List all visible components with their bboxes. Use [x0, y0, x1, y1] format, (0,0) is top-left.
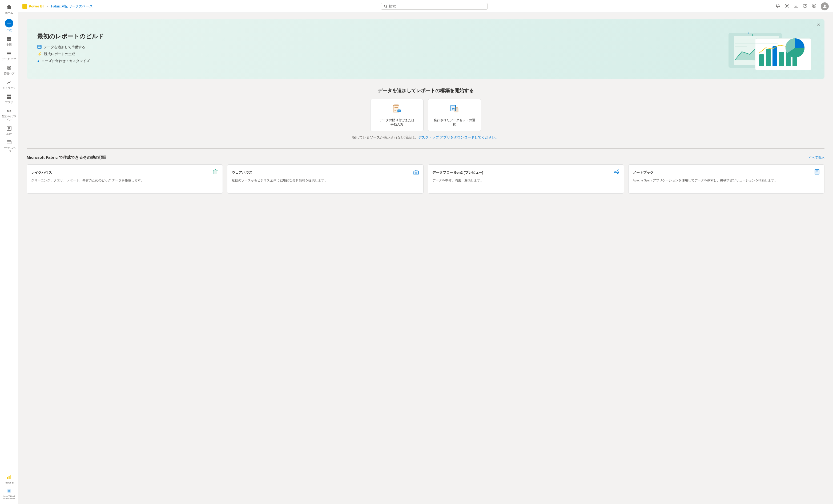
more-card-warehouse[interactable]: ウェアハウス 複数のソースからビジネス全体に戦略的な分析情報を提供します。 [227, 165, 423, 194]
more-card-lakehouse[interactable]: レイクハウス クリーニング、クエリ、レポート、共有のためのビッグ データを格納し… [27, 165, 223, 194]
powerbi-logo-icon [22, 4, 27, 9]
more-card-notebook[interactable]: ノートブック Apache Spark アプリケーションを使用してデータを探索し… [628, 165, 825, 194]
content-area: 最初のレポートのビルド データを追加して準備する ⚡ 既成レポートの生成 ♦ ニ… [18, 13, 833, 504]
main-area: Power BI › Fabric 対応ワークスペース [18, 0, 833, 504]
download-link[interactable]: デスクトップ アプリをダウンロードしてください。 [418, 135, 499, 139]
apps-icon [6, 94, 12, 100]
svg-point-27 [8, 490, 9, 492]
sidebar-item-pipeline-label: 配置パイプライン [1, 115, 17, 122]
more-section-title: Microsoft Fabric で作成できるその他の項目 [27, 155, 107, 160]
svg-rect-48 [779, 52, 784, 66]
hero-close-button[interactable]: ✕ [817, 22, 820, 27]
app-logo: Power BI [22, 4, 44, 9]
show-all-link[interactable]: すべて表示 [808, 155, 825, 160]
more-card-dataflow[interactable]: データフロー Gen2 (プレビュー) データを準備、消去、変換します。 [428, 165, 624, 194]
sidebar-item-home[interactable]: ホーム [0, 2, 18, 17]
sidebar-item-monitor[interactable]: 監視ハブ [0, 63, 18, 77]
datasection-title: データを追加してレポートの構築を開始する [27, 87, 825, 94]
notification-icon[interactable] [776, 3, 780, 9]
svg-rect-23 [8, 476, 9, 479]
svg-point-53 [748, 32, 749, 33]
emoji-icon[interactable] [812, 3, 816, 9]
svg-rect-12 [9, 97, 11, 99]
sidebar-item-apps[interactable]: アプリ [0, 92, 18, 106]
more-card-lakehouse-title: レイクハウス [31, 170, 52, 175]
create-button[interactable] [5, 19, 13, 27]
hero-feature-3: ♦ ニーズに合わせてカスタマイズ [37, 58, 104, 64]
svg-line-77 [616, 172, 617, 173]
more-card-warehouse-desc: 複数のソースからビジネス全体に戦略的な分析情報を提供します。 [232, 178, 419, 182]
sidebar-item-workspace-label: ワークスペース [1, 146, 17, 153]
sidebar-item-workspace[interactable]: ワークスペース [0, 137, 18, 155]
svg-point-75 [617, 172, 619, 174]
sidebar-item-apps-label: アプリ [5, 101, 13, 104]
svg-rect-71 [455, 107, 458, 108]
topbar-icons [776, 2, 829, 10]
sidebar-item-metrics[interactable]: メトリック [0, 77, 18, 92]
svg-rect-11 [7, 97, 9, 99]
help-icon[interactable] [803, 3, 807, 9]
hero-text: 最初のレポートのビルド データを追加して準備する ⚡ 既成レポートの生成 ♦ ニ… [37, 32, 104, 66]
browse-icon [6, 36, 12, 42]
svg-point-37 [824, 4, 826, 6]
sidebar-item-datahub-label: データ ハブ [2, 57, 16, 61]
sidebar-item-pipeline[interactable]: 配置パイプライン [0, 106, 18, 124]
svg-rect-20 [7, 141, 11, 144]
sidebar-item-browse[interactable]: 参照 [0, 34, 18, 49]
topbar-app-name: Power BI [29, 4, 44, 8]
hero-feature-1: データを追加して準備する [37, 45, 104, 50]
more-card-warehouse-header: ウェアハウス [232, 169, 419, 176]
hero-chart-svg [713, 28, 814, 70]
search-input[interactable] [389, 4, 484, 8]
dataset-icon [450, 104, 459, 115]
svg-rect-0 [7, 37, 9, 39]
sidebar-item-kustotrident[interactable]: KustoTrident Workspace2 [0, 486, 18, 502]
svg-point-34 [812, 4, 816, 8]
lakehouse-icon [212, 169, 218, 176]
sidebar: ホーム 作成 参照 データ ハブ 監視ハブ メトリック アプリ [0, 0, 18, 504]
svg-rect-38 [38, 45, 41, 49]
hero-feature-3-text: ニーズに合わせてカスタマイズ [41, 58, 90, 64]
hero-illustration [713, 28, 814, 70]
bolt-icon: ⚡ [37, 52, 42, 56]
svg-point-73 [614, 171, 616, 173]
hint-prefix: 探しているソースが表示されない場合は、 [352, 135, 418, 139]
powerbi-icon [6, 474, 12, 480]
download-hint: 探しているソースが表示されない場合は、デスクトップ アプリをダウンロードしてくだ… [27, 135, 825, 140]
svg-rect-3 [9, 40, 11, 41]
dataflow-icon [614, 169, 619, 176]
more-card-dataflow-header: データフロー Gen2 (プレビュー) [432, 169, 619, 176]
more-card-notebook-header: ノートブック [633, 169, 820, 176]
datasource-dataset-label: 発行されたデータセットの選択 [432, 118, 477, 127]
svg-rect-10 [9, 95, 11, 96]
more-card-lakehouse-desc: クリーニング、クエリ、レポート、共有のためのビッグ データを格納します。 [31, 178, 218, 182]
download-icon[interactable] [793, 3, 798, 9]
breadcrumb[interactable]: Fabric 対応ワークスペース [51, 4, 93, 9]
sidebar-item-create[interactable]: 作成 [0, 17, 18, 34]
sidebar-item-powerbi[interactable]: Power BI [0, 472, 18, 486]
svg-rect-70 [454, 108, 458, 112]
svg-point-13 [7, 110, 8, 112]
paste-icon [392, 104, 402, 115]
more-card-dataflow-desc: データを準備、消去、変換します。 [432, 178, 619, 182]
settings-icon[interactable] [784, 3, 789, 9]
sidebar-item-learn[interactable]: Learn [0, 124, 18, 137]
svg-point-52 [752, 34, 753, 36]
metrics-icon [6, 80, 12, 85]
svg-rect-82 [815, 170, 815, 173]
datasource-card-dataset[interactable]: 発行されたデータセットの選択 [428, 99, 481, 131]
sidebar-item-metrics-label: メトリック [2, 86, 16, 90]
topbar: Power BI › Fabric 対応ワークスペース [18, 0, 833, 13]
more-section: Microsoft Fabric で作成できるその他の項目 すべて表示 レイクハ… [27, 148, 825, 194]
datasource-card-paste[interactable]: データの貼り付けまたは 手動入力 [370, 99, 424, 131]
avatar[interactable] [821, 2, 829, 10]
breadcrumb-separator: › [47, 4, 48, 8]
more-header: Microsoft Fabric で作成できるその他の項目 すべて表示 [27, 155, 825, 160]
pipeline-icon [6, 108, 12, 114]
hero-title: 最初のレポートのビルド [37, 32, 104, 41]
svg-rect-46 [766, 49, 770, 66]
svg-rect-5 [7, 53, 11, 54]
sidebar-item-datahub[interactable]: データ ハブ [0, 49, 18, 63]
datasource-paste-label: データの貼り付けまたは 手動入力 [379, 118, 414, 127]
sidebar-item-home-label: ホーム [5, 11, 13, 15]
